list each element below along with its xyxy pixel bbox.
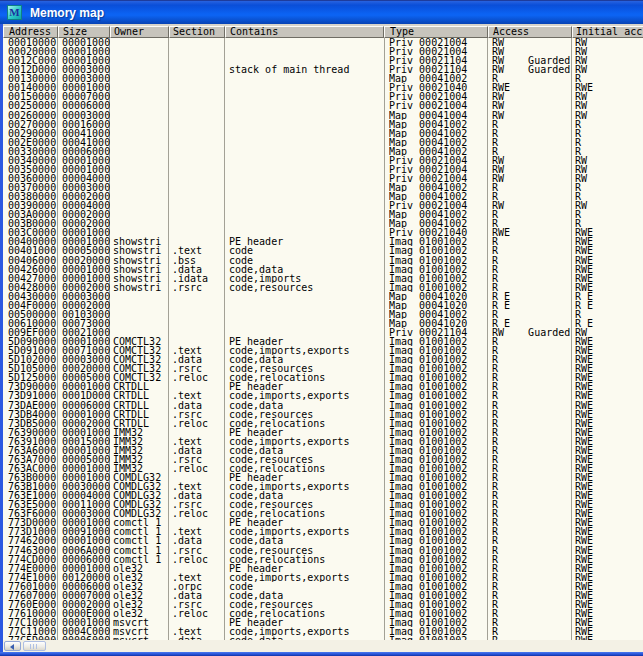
table-row[interactable]: 763AC00000001000IMM32.reloccode,relocati…: [3, 464, 643, 473]
table-row[interactable]: 0042700000001000showstri.idatacode,impor…: [3, 274, 643, 283]
table-row[interactable]: 009EF00000021000Priv 00021104RW GuardedR…: [3, 328, 643, 337]
table-row[interactable]: 003B000000002000Map 00041002RR: [3, 219, 643, 228]
table-row[interactable]: 003C000000001000Priv 00021040RWERWE: [3, 228, 643, 237]
table-row[interactable]: 7760100000006000ole32.orpccodeImag 01001…: [3, 582, 643, 591]
column-header-owner[interactable]: Owner: [110, 26, 169, 38]
cell-initial_access: RWE: [575, 337, 643, 346]
cell-initial_access: RWE: [575, 527, 643, 536]
table-row[interactable]: 5D09000000001000COMCTL32PE headerImag 01…: [3, 337, 643, 346]
title-bar[interactable]: M Memory map: [0, 0, 643, 24]
table-row[interactable]: 0014000000001000Priv 00021040RWERWE: [3, 83, 643, 92]
table-row[interactable]: 0039000000004000Priv 00021004RWRW: [3, 201, 643, 210]
table-row[interactable]: 0040600000020000showstri.bsscodeImag 010…: [3, 256, 643, 265]
table-row[interactable]: 774E100000120000ole32.textcode,imports,e…: [3, 573, 643, 582]
table-row[interactable]: 003A000000002000Map 00041002RR: [3, 210, 643, 219]
cell-address: 7760E000: [8, 600, 58, 609]
table-row[interactable]: 763B100000030000COMDLG32.textcode,import…: [3, 482, 643, 491]
table-row[interactable]: 0013000000003000Map 00041002RR: [3, 74, 643, 83]
column-header-type[interactable]: Type: [384, 26, 488, 38]
table-row[interactable]: 7746200000001000comctl_1.datacode,dataIm…: [3, 536, 643, 545]
table-row[interactable]: 0035000000001000Priv 00021004RWRW: [3, 165, 643, 174]
cell-initial_access: R: [575, 120, 643, 129]
cell-size: 00002000: [62, 301, 110, 310]
table-row[interactable]: 0015000000007000Priv 00021004RWRW: [3, 92, 643, 101]
cell-initial_access: RW: [575, 47, 643, 56]
table-row[interactable]: 774E000000001000ole32PE headerImag 01001…: [3, 564, 643, 573]
table-row[interactable]: 0040000000001000showstriPE headerImag 01…: [3, 237, 643, 246]
cell-section: .text: [172, 482, 225, 491]
table-row[interactable]: 73D9000000001000CRTDLLPE headerImag 0100…: [3, 382, 643, 391]
column-header-contains[interactable]: Contains: [225, 26, 384, 38]
table-row[interactable]: 77C1000000001000msvcrtPE headerImag 0100…: [3, 618, 643, 627]
table-row[interactable]: 73DAE00000006000CRTDLL.datacode,dataImag…: [3, 401, 643, 410]
table-row[interactable]: 002E000000041000Map 00041002RR: [3, 138, 643, 147]
table-row[interactable]: 0043000000003000Map 00041020R ER E: [3, 292, 643, 301]
table-row[interactable]: 0029000000041000Map 00041002RR: [3, 129, 643, 138]
table-row[interactable]: 0037000000003000Map 00041002RR: [3, 183, 643, 192]
horizontal-scrollbar[interactable]: [3, 640, 643, 652]
cell-owner: comctl_1: [113, 527, 169, 536]
table-row[interactable]: 5D12500000005000COMCTL32.reloccode,reloc…: [3, 373, 643, 382]
table-row[interactable]: 0040100000005000showstri.textcodeImag 01…: [3, 246, 643, 255]
table-row[interactable]: 776100000000E000ole32.reloccode,relocati…: [3, 609, 643, 618]
table-row[interactable]: 763E500000011000COMDLG32.rsrccode,resour…: [3, 500, 643, 509]
table-row[interactable]: 77C110000004C000msvcrt.textcode,imports,…: [3, 627, 643, 636]
table-row[interactable]: 7639000000001000IMM32PE headerImag 01001…: [3, 428, 643, 437]
cell-type: Imag 01001002: [389, 346, 488, 355]
scrollbar-track[interactable]: [47, 640, 643, 652]
table-row[interactable]: 763E100000004000COMDLG32.datacode,dataIm…: [3, 491, 643, 500]
table-row[interactable]: 0027000000016000Map 00041002RR: [3, 120, 643, 129]
table-row[interactable]: 7760700000007000ole32.datacode,dataImag …: [3, 591, 643, 600]
cell-type: Map 00041020: [389, 301, 488, 310]
table-row[interactable]: 5D09100000071000COMCTL32.textcode,import…: [3, 346, 643, 355]
table-row[interactable]: 73D910000001D000CRTDLL.textcode,imports,…: [3, 391, 643, 400]
cell-address: 5D090000: [8, 337, 58, 346]
table-row[interactable]: 0061000000073000Map 00041020R ER E: [3, 319, 643, 328]
table-row[interactable]: 763F600000003000COMDLG32.reloccode,reloc…: [3, 509, 643, 518]
table-row[interactable]: 774630000006A000comctl_1.rsrccode,resour…: [3, 546, 643, 555]
table-row[interactable]: 5D10500000020000COMCTL32.rsrccode,resour…: [3, 364, 643, 373]
column-header-address[interactable]: Address: [3, 26, 58, 38]
scrollbar-thumb[interactable]: [23, 641, 46, 651]
table-row[interactable]: 0050000000103000Map 00041002RR: [3, 310, 643, 319]
table-row[interactable]: 0025000000006000Priv 00021004RWRW: [3, 101, 643, 110]
cell-type: Imag 01001002: [389, 382, 488, 391]
table-row[interactable]: 0042800000002000showstri.rsrccode,resour…: [3, 283, 643, 292]
table-row[interactable]: 0002000000001000Priv 00021004RWRW: [3, 47, 643, 56]
table-row[interactable]: 763A600000001000IMM32.datacode,dataImag …: [3, 446, 643, 455]
table-row[interactable]: 0042600000001000showstri.datacode,dataIm…: [3, 265, 643, 274]
column-header-initial_access[interactable]: Initial acc: [572, 26, 643, 38]
table-row[interactable]: 7760E00000002000ole32.rsrccode,resources…: [3, 600, 643, 609]
table-row[interactable]: 7639100000015000IMM32.textcode,imports,e…: [3, 437, 643, 446]
memory-map-icon[interactable]: M: [7, 5, 22, 20]
table-row[interactable]: 774CD00000006000comctl_1.reloccode,reloc…: [3, 555, 643, 564]
table-row[interactable]: 0012D00000003000stack of main threadPriv…: [3, 65, 643, 74]
table-row[interactable]: 0012C00000001000Priv 00021104RW GuardedR…: [3, 56, 643, 65]
cell-size: 00007000: [62, 591, 110, 600]
table-row[interactable]: 763A700000005000IMM32.rsrccode,resources…: [3, 455, 643, 464]
table-row[interactable]: 0038000000002000Map 00041002RR: [3, 192, 643, 201]
cell-type: Map 00041002: [389, 138, 488, 147]
table-row[interactable]: 73DB500000002000CRTDLL.reloccode,relocat…: [3, 419, 643, 428]
table-row[interactable]: 5D10200000003000COMCTL32.datacode,dataIm…: [3, 355, 643, 364]
cell-type: Map 00041004: [389, 111, 488, 120]
column-header-section[interactable]: Section: [169, 26, 225, 38]
table-row[interactable]: 0033000000006000Map 00041002RR: [3, 147, 643, 156]
table-row[interactable]: 0026000000003000Map 00041004RWRW: [3, 111, 643, 120]
scroll-left-button[interactable]: [4, 641, 21, 651]
cell-address: 5D125000: [8, 373, 58, 382]
table-row[interactable]: 773D000000001000comctl_1PE headerImag 01…: [3, 518, 643, 527]
table-row[interactable]: 0034000000001000Priv 00021004RWRW: [3, 156, 643, 165]
table-row[interactable]: 763B000000001000COMDLG32PE headerImag 01…: [3, 473, 643, 482]
table-row[interactable]: 73DB400000001000CRTDLL.rsrccode,resource…: [3, 410, 643, 419]
table-row[interactable]: 004F000000002000Map 00041020R ER E: [3, 301, 643, 310]
cell-type: Priv 00021040: [389, 83, 488, 92]
column-header-size[interactable]: Size: [58, 26, 110, 38]
cell-access: R: [492, 310, 572, 319]
table-row[interactable]: 0001000000001000Priv 00021004RWRW: [3, 38, 643, 47]
table-row[interactable]: 0036000000004000Priv 00021004RWRW: [3, 174, 643, 183]
table-row[interactable]: 773D100000091000comctl_1.textcode,import…: [3, 527, 643, 536]
cell-contains: code,imports,exports: [229, 627, 384, 636]
cell-access: R: [492, 464, 572, 473]
column-header-access[interactable]: Access: [488, 26, 572, 38]
